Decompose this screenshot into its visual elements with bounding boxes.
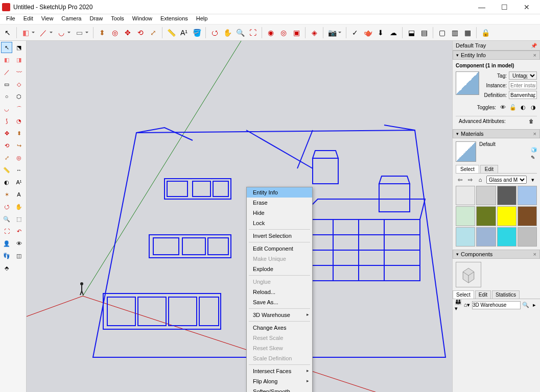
vray-batch-icon[interactable]: ▤: [418, 27, 430, 38]
toggle-hidden-icon[interactable]: 👁: [499, 104, 506, 111]
scale-tool[interactable]: ⤢: [1, 152, 12, 163]
rotate-tool-icon[interactable]: ⟲: [135, 27, 146, 38]
vray-settings-icon[interactable]: ✓: [349, 27, 361, 38]
material-swatch[interactable]: [456, 227, 475, 247]
zoom-extents-icon[interactable]: ⛶: [247, 27, 259, 38]
home-icon[interactable]: ⌂▾: [463, 302, 471, 309]
vray-viewport-icon[interactable]: ▣: [291, 27, 302, 38]
dimension-tool[interactable]: ↔: [13, 164, 25, 176]
3dtext-tool[interactable]: A: [13, 189, 25, 200]
context-menu-item[interactable]: Soften/Smooth Edges: [247, 386, 312, 392]
context-menu-item[interactable]: Invert Selection: [247, 231, 312, 241]
menu-window[interactable]: Window: [128, 14, 156, 24]
context-menu-item[interactable]: Explode: [247, 264, 312, 274]
material-swatch[interactable]: [518, 186, 537, 205]
material-swatch[interactable]: [518, 206, 537, 226]
material-swatch[interactable]: [456, 206, 475, 226]
pushpull-tool[interactable]: ⬍: [13, 128, 25, 139]
menu-extensions[interactable]: Extensions: [156, 14, 192, 24]
components-header[interactable]: Components ×: [453, 250, 540, 259]
arc2-tool[interactable]: ⌒: [13, 103, 25, 114]
paint-bucket-tool[interactable]: ◨: [13, 54, 25, 65]
eraser-tool-icon[interactable]: ◧: [20, 27, 31, 38]
details-icon[interactable]: ▸: [531, 302, 538, 309]
offset-tool-icon[interactable]: ◎: [109, 27, 121, 38]
eraser-tool[interactable]: ◧: [1, 54, 12, 65]
vray-render-icon[interactable]: ◉: [265, 27, 276, 38]
tray-header[interactable]: Default Tray 📌: [453, 41, 540, 51]
menu-help[interactable]: Help: [192, 14, 212, 24]
text-tool-icon[interactable]: A¹: [178, 27, 190, 38]
arc-tool[interactable]: ◡: [1, 103, 12, 114]
instance-input[interactable]: [509, 81, 537, 89]
pan-tool-icon[interactable]: ✋: [222, 27, 233, 38]
context-menu-item[interactable]: Reload...: [247, 287, 312, 297]
vray-export-icon[interactable]: ⬇: [375, 27, 386, 38]
look-around-tool[interactable]: 👁: [13, 238, 25, 249]
context-menu-item[interactable]: Entity Info: [247, 187, 312, 198]
scale-tool-icon[interactable]: ⤢: [148, 27, 159, 38]
material-swatch[interactable]: [497, 227, 516, 247]
tape-tool[interactable]: 📏: [1, 164, 12, 176]
menu-file[interactable]: File: [2, 14, 19, 24]
vray-option3-icon[interactable]: ▦: [462, 27, 473, 38]
other-tool2[interactable]: [13, 262, 25, 274]
materials-select-tab[interactable]: Select: [456, 165, 479, 173]
rotated-rect-tool[interactable]: ◇: [13, 79, 25, 90]
material-swatch[interactable]: [476, 186, 496, 205]
circle-tool[interactable]: ○: [1, 91, 12, 102]
text-tool[interactable]: A¹: [13, 177, 25, 188]
vray-interactive-icon[interactable]: ◎: [278, 27, 289, 38]
material-library-select[interactable]: Glass and Mirrors: [486, 176, 527, 184]
orbit-tool[interactable]: ⭯: [1, 201, 12, 212]
home-icon[interactable]: ⌂: [476, 176, 484, 184]
section-tool[interactable]: ◫: [13, 250, 25, 261]
rotate-tool[interactable]: ⟲: [1, 140, 12, 151]
lock-icon[interactable]: 🔒: [480, 27, 491, 38]
line-tool-icon[interactable]: ／: [38, 27, 49, 38]
menu-draw[interactable]: Draw: [85, 14, 107, 24]
move-tool[interactable]: ✥: [1, 128, 12, 139]
line-tool[interactable]: ／: [1, 66, 12, 78]
context-menu-item[interactable]: Erase: [247, 198, 312, 208]
maximize-button[interactable]: ☐: [493, 0, 515, 14]
minimize-button[interactable]: ―: [471, 0, 493, 14]
vray-cloud-icon[interactable]: ☁: [388, 27, 399, 38]
zoom-window-tool[interactable]: ⬚: [13, 213, 25, 225]
vray-asset-icon[interactable]: ◈: [309, 27, 320, 38]
context-menu-item[interactable]: Flip Along: [247, 376, 312, 386]
offset-tool[interactable]: ◎: [13, 152, 25, 163]
close-panel-icon[interactable]: ×: [533, 131, 536, 137]
vray-option2-icon[interactable]: ▥: [449, 27, 460, 38]
menu-camera[interactable]: Camera: [57, 14, 85, 24]
material-swatch[interactable]: [476, 206, 496, 226]
context-menu-item[interactable]: Save As...: [247, 297, 312, 307]
component-search-input[interactable]: [472, 301, 521, 309]
entity-info-header[interactable]: Entity Info ×: [453, 51, 540, 60]
shape-tool-icon[interactable]: ▭: [74, 27, 85, 38]
vray-frame-icon[interactable]: ⬓: [406, 27, 417, 38]
tape-tool-icon[interactable]: 📏: [166, 27, 177, 38]
arc3-tool[interactable]: ⟆: [1, 115, 12, 127]
position-camera-tool[interactable]: 👤: [1, 238, 12, 249]
advanced-attributes-toggle-icon[interactable]: 🗑: [529, 118, 534, 124]
rectangle-tool[interactable]: ▭: [1, 79, 12, 90]
close-button[interactable]: ✕: [515, 0, 538, 14]
details-icon[interactable]: ▾: [529, 176, 537, 184]
axes-tool[interactable]: ✶: [1, 189, 12, 200]
arc-tool-icon[interactable]: ◡: [56, 27, 67, 38]
nav-icon[interactable]: 👪▾: [455, 302, 462, 309]
walk-tool[interactable]: 👣: [1, 250, 12, 261]
material-swatch[interactable]: [518, 227, 537, 247]
pan-tool[interactable]: ✋: [13, 201, 25, 212]
toggle-lock-icon[interactable]: 🔓: [509, 104, 516, 111]
zoom-extents-tool[interactable]: ⛶: [1, 226, 12, 237]
zoom-tool[interactable]: 🔍: [1, 213, 12, 225]
menu-tools[interactable]: Tools: [107, 14, 128, 24]
move-tool-icon[interactable]: ✥: [122, 27, 133, 38]
context-menu-item[interactable]: 3D Warehouse: [247, 310, 312, 320]
create-material-icon[interactable]: 🧊: [531, 147, 537, 153]
orbit-tool-icon[interactable]: ⭯: [209, 27, 220, 38]
material-swatch[interactable]: [497, 206, 516, 226]
sample-paint-icon[interactable]: ✎: [531, 155, 537, 160]
